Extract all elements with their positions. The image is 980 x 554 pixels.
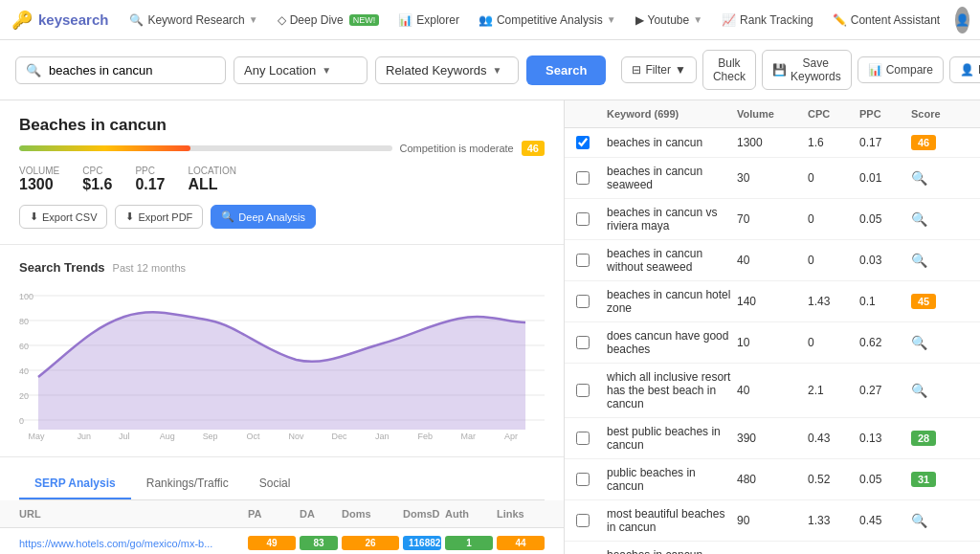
search-trends: Search Trends Past 12 months 100 80 60 4… bbox=[0, 245, 564, 457]
keyword-table-row: most beautiful beaches in cancun 90 1.33… bbox=[565, 500, 980, 542]
score-search-icon[interactable]: 🔍 bbox=[911, 170, 927, 186]
keyword-checkbox[interactable] bbox=[576, 514, 590, 527]
keyword-checkbox[interactable] bbox=[576, 432, 590, 445]
chart-svg: 100 80 60 40 20 0 May Jun Jul Aug Sep bbox=[19, 288, 545, 441]
location-dropdown[interactable]: Any Location ▼ bbox=[234, 56, 368, 84]
left-panel: Beaches in cancun Competition is moderat… bbox=[0, 100, 565, 554]
keyword-title: Beaches in cancun bbox=[19, 116, 545, 135]
svg-text:100: 100 bbox=[19, 292, 33, 301]
keyword-input-wrapper[interactable]: 🔍 bbox=[15, 56, 226, 84]
location-metric: Location ALL bbox=[189, 166, 236, 193]
keyword-ppc: 0.01 bbox=[859, 171, 907, 185]
logo[interactable]: 🔑 keysearch bbox=[11, 10, 108, 31]
export-pdf-button[interactable]: ⬇ Export PDF bbox=[115, 205, 203, 229]
keyword-volume: 40 bbox=[737, 254, 804, 267]
doms-badge-1: 26 bbox=[342, 536, 399, 550]
keyword-ppc: 0.05 bbox=[859, 212, 907, 226]
score-badge: 45 bbox=[911, 294, 936, 309]
serp-row: https://www.hotels.com/go/mexico/mx-b...… bbox=[0, 528, 564, 554]
nav-explorer[interactable]: 📊 Explorer bbox=[390, 10, 467, 31]
main-layout: Beaches in cancun Competition is moderat… bbox=[0, 100, 980, 554]
col-url: URL bbox=[19, 508, 244, 520]
nav-rank-tracking[interactable]: 📈 Rank Tracking bbox=[714, 10, 821, 31]
user-avatar[interactable]: 👤 bbox=[955, 7, 969, 33]
keyword-cpc: 0.52 bbox=[808, 473, 856, 486]
search-button[interactable]: Search bbox=[526, 55, 606, 85]
keyword-checkbox[interactable] bbox=[576, 136, 590, 149]
svg-text:Mar: Mar bbox=[460, 432, 475, 441]
score-badge: 46 bbox=[911, 135, 936, 150]
download-icon: ⬇ bbox=[30, 211, 38, 223]
tabs: SERP Analysis Rankings/Traffic Social bbox=[19, 469, 545, 500]
nav-deep-dive[interactable]: ◇ Deep Dive NEW! bbox=[270, 10, 388, 31]
search-bar: 🔍 Any Location ▼ Related Keywords ▼ Sear… bbox=[0, 40, 980, 100]
logo-text: keysearch bbox=[38, 11, 108, 28]
chevron-down-icon-3: ▼ bbox=[693, 14, 702, 25]
keyword-checkbox[interactable] bbox=[576, 254, 590, 267]
deep-dive-icon: ◇ bbox=[278, 13, 286, 27]
keyword-score: 🔍 bbox=[911, 253, 969, 268]
filter-button[interactable]: ⊟ Filter ▼ bbox=[621, 56, 697, 83]
svg-text:20: 20 bbox=[19, 391, 29, 401]
keyword-score: 🔍 bbox=[911, 170, 969, 186]
keyword-type-dropdown[interactable]: Related Keywords ▼ bbox=[375, 56, 519, 84]
deep-analysis-button[interactable]: 🔍 Deep Analysis bbox=[211, 205, 316, 229]
nav-competitive-analysis[interactable]: 👥 Competitive Analysis ▼ bbox=[471, 10, 624, 31]
svg-text:Sep: Sep bbox=[203, 432, 218, 441]
right-panel: Keyword (699) Volume CPC PPC Score beach… bbox=[565, 100, 980, 554]
svg-text:Jan: Jan bbox=[375, 432, 389, 441]
score-search-icon[interactable]: 🔍 bbox=[911, 513, 927, 528]
competition-text: Competition is moderate bbox=[400, 143, 514, 154]
keyword-table-header: Keyword (699) Volume CPC PPC Score bbox=[565, 100, 980, 128]
nav-content-assistant[interactable]: ✏️ Content Assistant bbox=[825, 10, 947, 31]
keyword-input[interactable] bbox=[49, 63, 202, 78]
score-search-icon[interactable]: 🔍 bbox=[911, 211, 927, 227]
score-badge: 28 bbox=[911, 431, 936, 446]
action-bar: ⊟ Filter ▼ Bulk Check 💾 Save Keywords 📊 … bbox=[621, 50, 980, 90]
bulk-check-button[interactable]: Bulk Check bbox=[702, 50, 756, 90]
keyword-cpc: 1.33 bbox=[808, 514, 856, 527]
keyword-table-row: beaches in cancun hotel zone 140 1.43 0.… bbox=[565, 281, 980, 322]
keyword-name: beaches in cancun bbox=[607, 136, 733, 149]
keyword-research-icon: 🔍 bbox=[129, 13, 144, 27]
score-search-icon[interactable]: 🔍 bbox=[911, 253, 927, 268]
save-keywords-button[interactable]: 💾 Save Keywords bbox=[762, 50, 852, 90]
nav-keyword-research[interactable]: 🔍 Keyword Research ▼ bbox=[122, 10, 265, 31]
keyword-rows: beaches in cancun 1300 1.6 0.17 46 beach… bbox=[565, 128, 980, 554]
score-search-icon[interactable]: 🔍 bbox=[911, 383, 927, 398]
score-search-icon[interactable]: 🔍 bbox=[911, 335, 927, 350]
keyword-checkbox[interactable] bbox=[576, 384, 590, 397]
compare-button[interactable]: 📊 Compare bbox=[858, 56, 944, 83]
new-badge: NEW! bbox=[349, 14, 380, 26]
keyword-cpc: 1.43 bbox=[808, 295, 856, 308]
keyword-checkbox[interactable] bbox=[576, 336, 590, 349]
export-csv-button[interactable]: ⬇ Export CSV bbox=[19, 205, 107, 229]
keyword-cpc: 0.43 bbox=[808, 432, 856, 445]
col-score: Score bbox=[911, 108, 969, 120]
keyword-checkbox[interactable] bbox=[576, 473, 590, 486]
keyword-volume: 40 bbox=[737, 384, 804, 397]
keyword-score: 🔍 bbox=[911, 335, 969, 350]
export-button[interactable]: 👤 Export ▼ bbox=[949, 56, 980, 83]
tab-rankings-traffic[interactable]: Rankings/Traffic bbox=[131, 469, 244, 499]
keyword-name: beaches in cancun without seaweed bbox=[607, 247, 733, 274]
keyword-checkbox[interactable] bbox=[576, 295, 590, 308]
svg-text:Jul: Jul bbox=[119, 432, 129, 441]
search-icon: 🔍 bbox=[26, 63, 41, 78]
tab-serp-analysis[interactable]: SERP Analysis bbox=[19, 469, 131, 499]
links-badge-1: 44 bbox=[497, 536, 545, 550]
tab-social[interactable]: Social bbox=[244, 469, 306, 499]
serp-table-header: URL PA DA Doms DomsD Auth Links bbox=[0, 500, 564, 528]
serp-url-1[interactable]: https://www.hotels.com/go/mexico/mx-b... bbox=[19, 538, 244, 549]
nav-youtube[interactable]: ▶ Youtube ▼ bbox=[628, 10, 711, 31]
svg-text:0: 0 bbox=[19, 416, 24, 426]
keyword-volume: 480 bbox=[737, 473, 804, 486]
svg-text:Dec: Dec bbox=[331, 432, 346, 441]
keyword-table-row: beaches in cancun without seaweed 40 0 0… bbox=[565, 240, 980, 281]
svg-text:40: 40 bbox=[19, 366, 29, 376]
keyword-checkbox[interactable] bbox=[576, 171, 590, 185]
ppc-label: PPC bbox=[135, 166, 165, 176]
download-pdf-icon: ⬇ bbox=[125, 211, 134, 223]
keyword-checkbox[interactable] bbox=[576, 212, 590, 226]
svg-text:80: 80 bbox=[19, 317, 29, 326]
